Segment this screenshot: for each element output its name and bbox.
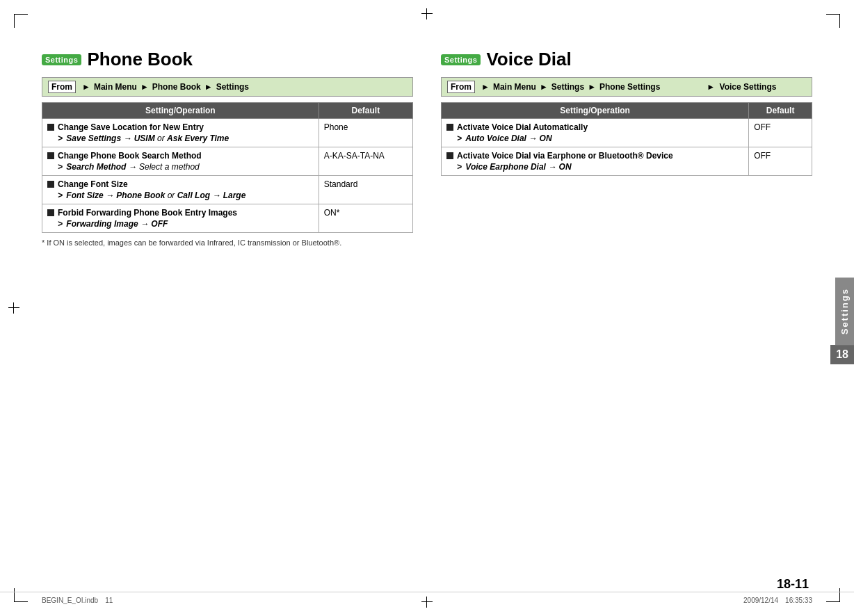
row2-default-right: OFF (749, 147, 812, 176)
arrow-sub-r1: > (457, 133, 462, 143)
row2-sub-left: > Search Method → Select a method (47, 162, 314, 172)
bullet-icon-1 (47, 124, 54, 131)
row2-sub-text-left: Search Method → Select a method (66, 162, 199, 172)
arrow-sub-2: > (58, 162, 63, 172)
phone-book-from-bar: From ► Main Menu ► Phone Book ► Settings (42, 77, 413, 97)
table-row: Activate Voice Dial Automatically > Auto… (442, 119, 812, 147)
nav-arrow-3: ► (204, 82, 213, 92)
center-cross-top (421, 8, 433, 19)
arrow-sub-1: > (58, 133, 63, 143)
side-tab-container: Settings 18 (830, 277, 854, 364)
phone-book-heading: Phone Book (87, 49, 193, 70)
footer: BEGIN_E_OI.indb 11 2009/12/14 16:35:33 (0, 592, 854, 606)
side-tab-number: 18 (830, 345, 854, 364)
row3-sub-text-left: Font Size → Phone Book or Call Log → Lar… (66, 191, 245, 200)
nav-arrow-r4: ► (707, 82, 715, 92)
row3-operation-left: Change Font Size > Font Size → Phone Boo… (42, 176, 319, 204)
from-label-left: From (48, 81, 76, 93)
nav-phone-settings: Phone Settings (599, 82, 660, 92)
row4-sub-left: > Forwarding Image → OFF (47, 219, 314, 229)
bullet-icon-3 (47, 181, 54, 188)
col1-header-left: Setting/Operation (42, 103, 319, 119)
row3-default-left: Standard (319, 176, 412, 204)
phone-book-title-row: Settings Phone Book (42, 49, 413, 70)
col2-header-right: Default (749, 103, 812, 119)
side-tab-label: Settings (835, 277, 854, 345)
center-cross-left (8, 302, 19, 314)
row1-sub-right: > Auto Voice Dial → ON (446, 133, 743, 143)
nav-arrow-r1: ► (481, 82, 490, 92)
nav-indent: ► Voice Settings (663, 82, 776, 92)
table-row: Change Font Size > Font Size → Phone Boo… (42, 176, 413, 204)
phone-book-footnote: * If ON is selected, images can be forwa… (42, 237, 413, 249)
phone-book-table: Setting/Operation Default Change Save Lo… (42, 102, 413, 233)
settings-badge-right: Settings (441, 54, 481, 65)
row1-sub-text-right: Auto Voice Dial → ON (465, 133, 551, 143)
phone-book-section: Settings Phone Book From ► Main Menu ► P… (42, 49, 413, 249)
voice-dial-from-bar: From ► Main Menu ► Settings ► Phone Sett… (441, 77, 812, 97)
voice-dial-table: Setting/Operation Default Activate Voice… (441, 102, 812, 176)
row2-sub-text-right: Voice Earphone Dial → ON (465, 162, 571, 172)
row1-sub-text-left: Save Settings → USIM or Ask Every Time (66, 133, 229, 143)
arrow-sub-4: > (58, 219, 63, 229)
row2-operation-right: Activate Voice Dial via Earphone or Blue… (442, 147, 749, 176)
voice-dial-title-row: Settings Voice Dial (441, 49, 812, 70)
row1-sub-left: > Save Settings → USIM or Ask Every Time (47, 133, 314, 143)
table-row: Forbid Forwarding Phone Book Entry Image… (42, 204, 413, 233)
arrow-sub-3: > (58, 191, 63, 200)
nav-settings-right: Settings (551, 82, 584, 92)
row3-title-left: Change Font Size (58, 179, 128, 189)
bullet-icon-4 (47, 209, 54, 216)
row4-sub-text-left: Forwarding Image → OFF (66, 219, 168, 229)
two-col-layout: Settings Phone Book From ► Main Menu ► P… (42, 49, 812, 249)
corner-mark-tl (14, 14, 28, 28)
row1-default-left: Phone (319, 119, 412, 147)
page-container: Settings Phone Book From ► Main Menu ► P… (0, 0, 854, 616)
row4-title-left: Forbid Forwarding Phone Book Entry Image… (58, 208, 237, 218)
row2-operation-left: Change Phone Book Search Method > Search… (42, 147, 319, 176)
col2-header-left: Default (319, 103, 412, 119)
bullet-icon-r2 (446, 152, 453, 159)
table-row: Activate Voice Dial via Earphone or Blue… (442, 147, 812, 176)
nav-arrow-r2: ► (540, 82, 548, 92)
row2-title-right: Activate Voice Dial via Earphone or Blue… (457, 151, 673, 161)
page-number: 18-11 (777, 577, 809, 592)
row4-default-left: ON* (319, 204, 412, 233)
row1-operation-right: Activate Voice Dial Automatically > Auto… (442, 119, 749, 147)
nav-voice-settings: Voice Settings (720, 82, 777, 92)
table-row: Change Save Location for New Entry > Sav… (42, 119, 413, 147)
bullet-icon-2 (47, 152, 54, 159)
row1-default-right: OFF (749, 119, 812, 147)
voice-dial-section: Settings Voice Dial From ► Main Menu ► S… (441, 49, 812, 249)
nav-phone-book: Phone Book (152, 82, 201, 92)
row2-sub-right: > Voice Earphone Dial → ON (446, 162, 743, 172)
row3-sub-left: > Font Size → Phone Book or Call Log → L… (47, 191, 314, 200)
settings-badge-left: Settings (42, 54, 81, 65)
arrow-sub-r2: > (457, 162, 462, 172)
nav-main-menu-right: Main Menu (493, 82, 536, 92)
bullet-icon-r1 (446, 124, 453, 131)
row2-title-left: Change Phone Book Search Method (58, 151, 202, 161)
from-label-right: From (447, 81, 475, 93)
nav-settings-left: Settings (216, 82, 249, 92)
footer-left: BEGIN_E_OI.indb 11 (42, 596, 113, 606)
corner-mark-tr (826, 14, 840, 28)
footer-right: 2009/12/14 16:35:33 (743, 596, 812, 606)
row4-operation-left: Forbid Forwarding Phone Book Entry Image… (42, 204, 319, 233)
row1-operation-left: Change Save Location for New Entry > Sav… (42, 119, 319, 147)
row1-title-right: Activate Voice Dial Automatically (457, 122, 588, 132)
voice-dial-heading: Voice Dial (486, 49, 571, 70)
table-row: Change Phone Book Search Method > Search… (42, 147, 413, 176)
nav-arrow-2: ► (140, 82, 149, 92)
nav-arrow-r3: ► (588, 82, 596, 92)
row1-title-left: Change Save Location for New Entry (58, 122, 204, 132)
row2-default-left: A-KA-SA-TA-NA (319, 147, 412, 176)
nav-main-menu-left: Main Menu (94, 82, 137, 92)
nav-arrow-1: ► (82, 82, 90, 92)
col1-header-right: Setting/Operation (442, 103, 749, 119)
